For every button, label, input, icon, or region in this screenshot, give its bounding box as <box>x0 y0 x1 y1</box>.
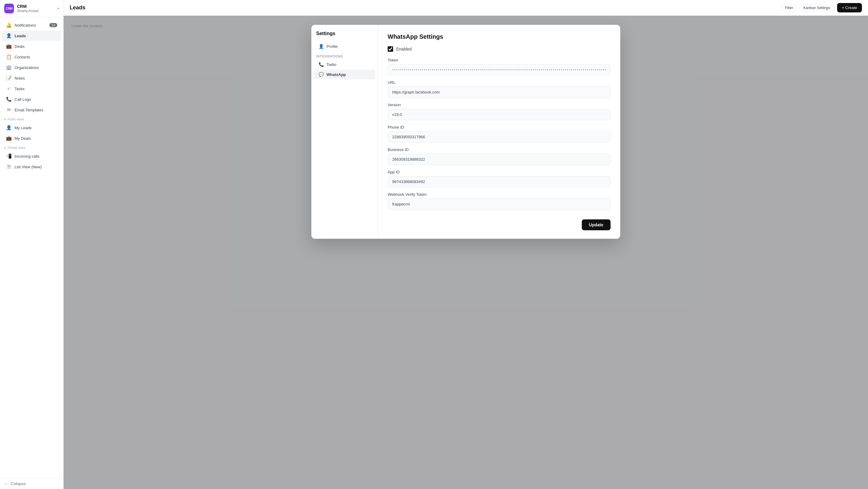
url-label: URL <box>388 80 611 85</box>
enabled-checkbox[interactable] <box>388 46 393 52</box>
token-group: Token <box>388 58 611 75</box>
update-button[interactable]: Update <box>582 219 611 230</box>
bell-icon: 🔔 <box>6 22 11 28</box>
settings-nav-integrations-section: Integrations <box>311 52 378 59</box>
contacts-icon: 📋 <box>6 54 11 60</box>
main-area: Leads Filter Kanban Settings + Create Le… <box>64 0 868 489</box>
sidebar-item-notifications[interactable]: 🔔 Notifications 13 <box>2 20 61 30</box>
app-logo: CRM <box>4 4 14 13</box>
filter-button[interactable]: Filter <box>781 4 797 12</box>
content-area: Leads list content... Settings 👤 Profile… <box>64 16 868 489</box>
sidebar-item-label: Notifications <box>14 23 36 28</box>
settings-nav-twilio-label: Twilio <box>327 62 337 67</box>
app-id-group: App ID <box>388 170 611 187</box>
sidebar-item-label: My Leads <box>14 126 31 130</box>
pinned-views-section[interactable]: ▾ Pinned views <box>0 144 63 151</box>
sidebar-item-incoming-calls[interactable]: 📲 Incoming calls <box>2 151 61 161</box>
settings-modal: Settings 👤 Profile Integrations 📞 Twilio… <box>311 25 620 239</box>
sidebar-nav: 🔔 Notifications 13 👤 Leads 💼 Deals 📋 Con… <box>0 17 63 478</box>
sidebar-header[interactable]: CRM CRM Shariq Ansari ▾ <box>0 0 63 17</box>
leads-icon: 👤 <box>6 33 11 38</box>
app-name: CRM <box>17 4 54 9</box>
sidebar-item-my-leads[interactable]: 👤 My Leads <box>2 123 61 133</box>
incoming-calls-icon: 📲 <box>6 154 11 159</box>
topbar: Leads Filter Kanban Settings + Create <box>64 0 868 16</box>
twilio-icon: 📞 <box>319 62 323 67</box>
phone-id-input[interactable] <box>388 131 611 142</box>
modal-overlay[interactable]: Settings 👤 Profile Integrations 📞 Twilio… <box>64 16 868 489</box>
sidebar-item-notes[interactable]: 📝 Notes <box>2 73 61 83</box>
call-logs-icon: 📞 <box>6 97 11 102</box>
email-templates-icon: ✉ <box>6 107 11 112</box>
sidebar-item-label: List View (New) <box>14 165 42 169</box>
app-id-input[interactable] <box>388 176 611 187</box>
settings-footer: Update <box>388 215 611 230</box>
sidebar-item-deals[interactable]: 💼 Deals <box>2 41 61 52</box>
kanban-settings-button[interactable]: Kanban Settings <box>800 4 834 12</box>
public-views-section[interactable]: ▾ Public views <box>0 115 63 122</box>
sidebar-item-my-deals[interactable]: 💼 My Deals <box>2 133 61 143</box>
sidebar-chevron-icon[interactable]: ▾ <box>57 6 59 10</box>
url-input[interactable] <box>388 87 611 98</box>
sidebar-brand-info: CRM Shariq Ansari <box>17 4 54 13</box>
settings-nav-profile-label: Profile <box>327 44 338 49</box>
sidebar-item-label: Leads <box>14 34 26 38</box>
collapse-icon: ← <box>4 482 8 486</box>
public-views-label: Public views <box>7 118 24 121</box>
webhook-token-group: Webhook Verify Token <box>388 192 611 210</box>
sidebar-item-label: Tasks <box>14 87 25 91</box>
sidebar-item-label: Organizations <box>14 65 39 70</box>
business-id-label: Business ID <box>388 148 611 152</box>
settings-nav-profile[interactable]: 👤 Profile <box>314 41 375 51</box>
token-input[interactable] <box>388 64 611 75</box>
my-deals-icon: 💼 <box>6 136 11 141</box>
settings-nav-twilio[interactable]: 📞 Twilio <box>314 60 375 69</box>
url-group: URL <box>388 80 611 98</box>
sidebar-item-label: My Deals <box>14 136 31 141</box>
version-group: Version <box>388 103 611 120</box>
phone-id-group: Phone ID <box>388 125 611 142</box>
notes-icon: 📝 <box>6 75 11 81</box>
webhook-token-input[interactable] <box>388 198 611 210</box>
organizations-icon: 🏢 <box>6 65 11 70</box>
sidebar-item-leads[interactable]: 👤 Leads <box>2 31 61 41</box>
webhook-token-label: Webhook Verify Token <box>388 192 611 197</box>
settings-title: Settings <box>311 31 378 41</box>
sidebar-item-call-logs[interactable]: 📞 Call Logs <box>2 94 61 104</box>
sidebar-item-organizations[interactable]: 🏢 Organizations <box>2 62 61 73</box>
my-leads-icon: 👤 <box>6 125 11 130</box>
current-user: Shariq Ansari <box>17 9 54 13</box>
sidebar-item-tasks[interactable]: ✓ Tasks <box>2 84 61 94</box>
settings-nav-whatsapp[interactable]: 💬 WhatsApp <box>314 70 375 79</box>
create-button[interactable]: + Create <box>837 3 862 12</box>
settings-content: WhatsApp Settings Enabled Token URL <box>378 25 620 239</box>
version-input[interactable] <box>388 109 611 120</box>
sidebar-item-contacts[interactable]: 📋 Contacts <box>2 52 61 62</box>
enabled-label: Enabled <box>396 46 411 52</box>
enabled-row: Enabled <box>388 46 611 52</box>
sidebar-item-label: Email Templates <box>14 108 43 112</box>
collapse-button[interactable]: ← Collapse <box>0 478 63 489</box>
whatsapp-settings-title: WhatsApp Settings <box>388 33 611 40</box>
list-view-icon: ☰ <box>6 164 11 169</box>
profile-icon: 👤 <box>319 44 323 49</box>
sidebar-item-email-templates[interactable]: ✉ Email Templates <box>2 105 61 115</box>
app-id-label: App ID <box>388 170 611 174</box>
topbar-actions: Filter Kanban Settings + Create <box>781 3 862 12</box>
pinned-views-label: Pinned views <box>7 146 26 150</box>
page-title: Leads <box>70 4 85 11</box>
tasks-icon: ✓ <box>6 86 11 91</box>
settings-sidebar: Settings 👤 Profile Integrations 📞 Twilio… <box>311 25 378 239</box>
sidebar-item-label: Deals <box>14 44 25 49</box>
notifications-badge: 13 <box>50 23 57 27</box>
topbar-filters: Filter Kanban Settings <box>781 4 834 12</box>
sidebar-item-list-view-new[interactable]: ☰ List View (New) <box>2 162 61 172</box>
sidebar-item-label: Incoming calls <box>14 154 39 159</box>
collapse-label: Collapse <box>10 482 26 486</box>
settings-nav-whatsapp-label: WhatsApp <box>327 72 346 77</box>
sidebar-item-label: Call Logs <box>14 97 31 102</box>
business-id-group: Business ID <box>388 148 611 165</box>
whatsapp-icon: 💬 <box>319 72 323 77</box>
version-label: Version <box>388 103 611 107</box>
business-id-input[interactable] <box>388 154 611 165</box>
